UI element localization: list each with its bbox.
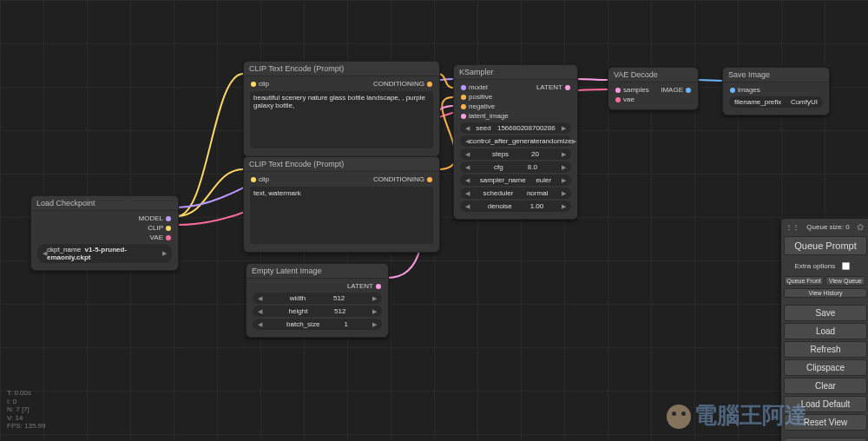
view-queue-button[interactable]: View Queue xyxy=(825,276,865,286)
queue-size-label: Queue size: 0 xyxy=(806,223,849,231)
gear-icon[interactable]: ✿ xyxy=(857,222,864,232)
node-graph-canvas[interactable]: Load Checkpoint MODEL CLIP VAE ◀ckpt_nam… xyxy=(0,0,868,441)
clear-button[interactable]: Clear xyxy=(784,378,867,394)
clipspace-button[interactable]: Clipspace xyxy=(784,359,867,376)
node-clip-encode-positive[interactable]: CLIP Text Encode (Prompt) clipCONDITIONI… xyxy=(243,61,440,157)
node-vae-decode[interactable]: VAE Decode samplesIMAGE vae xyxy=(608,67,699,110)
drag-handle-icon[interactable]: ⋮⋮ xyxy=(786,223,799,231)
queue-front-button[interactable]: Queue Front xyxy=(784,276,824,286)
extra-options-checkbox[interactable] xyxy=(842,262,850,270)
prompt-text[interactable]: text, watermark xyxy=(250,187,433,244)
height-widget[interactable]: ◀height512▶ xyxy=(253,306,382,317)
queue-prompt-button[interactable]: Queue Prompt xyxy=(784,236,867,255)
node-empty-latent[interactable]: Empty Latent Image LATENT ◀width512▶ ◀he… xyxy=(246,263,389,338)
node-save-image[interactable]: Save Image images filename_prefixComfyUI xyxy=(722,67,830,115)
node-title: Save Image xyxy=(723,68,829,82)
load-button[interactable]: Load xyxy=(784,323,867,339)
perf-stats: T: 0.00sI: 0N: 7 [7]V: 14FPS: 135.99 xyxy=(7,389,45,431)
prompt-text[interactable]: beautiful scenery nature glass bottle la… xyxy=(250,91,433,148)
denoise-widget[interactable]: ◀denoise1.00▶ xyxy=(460,201,571,212)
node-title: VAE Decode xyxy=(608,68,698,82)
node-clip-encode-negative[interactable]: CLIP Text Encode (Prompt) clipCONDITIONI… xyxy=(243,156,440,253)
view-history-button[interactable]: View History xyxy=(784,288,867,298)
save-button[interactable]: Save xyxy=(784,305,867,321)
ckpt-name-widget[interactable]: ◀ckpt_name v1-5-pruned-emaonly.ckpt▶ xyxy=(37,244,172,263)
node-title: CLIP Text Encode (Prompt) xyxy=(244,62,439,76)
steps-widget[interactable]: ◀steps20▶ xyxy=(460,148,571,160)
control-widget[interactable]: ◀control_after_generaterandomize▶ xyxy=(460,135,571,147)
refresh-button[interactable]: Refresh xyxy=(784,341,867,358)
sampler-widget[interactable]: ◀sampler_nameeuler▶ xyxy=(460,174,571,186)
manager-button[interactable]: Manager xyxy=(784,438,867,441)
seed-widget[interactable]: ◀seed156680208700286▶ xyxy=(460,122,571,134)
prefix-widget[interactable]: filename_prefixComfyUI xyxy=(729,96,823,108)
scheduler-widget[interactable]: ◀schedulernormal▶ xyxy=(460,188,571,199)
node-title: Empty Latent Image xyxy=(247,264,388,279)
cfg-widget[interactable]: ◀cfg8.0▶ xyxy=(460,161,571,173)
node-title: KSampler xyxy=(454,65,577,80)
batch-widget[interactable]: ◀batch_size1▶ xyxy=(253,319,382,330)
watermark: 電腦王阿達 xyxy=(667,400,807,431)
node-title: Load Checkpoint xyxy=(31,196,178,211)
node-load-checkpoint[interactable]: Load Checkpoint MODEL CLIP VAE ◀ckpt_nam… xyxy=(30,195,179,271)
node-ksampler[interactable]: KSampler modelLATENT positive negative l… xyxy=(453,64,578,220)
node-title: CLIP Text Encode (Prompt) xyxy=(244,157,439,172)
width-widget[interactable]: ◀width512▶ xyxy=(253,293,382,304)
